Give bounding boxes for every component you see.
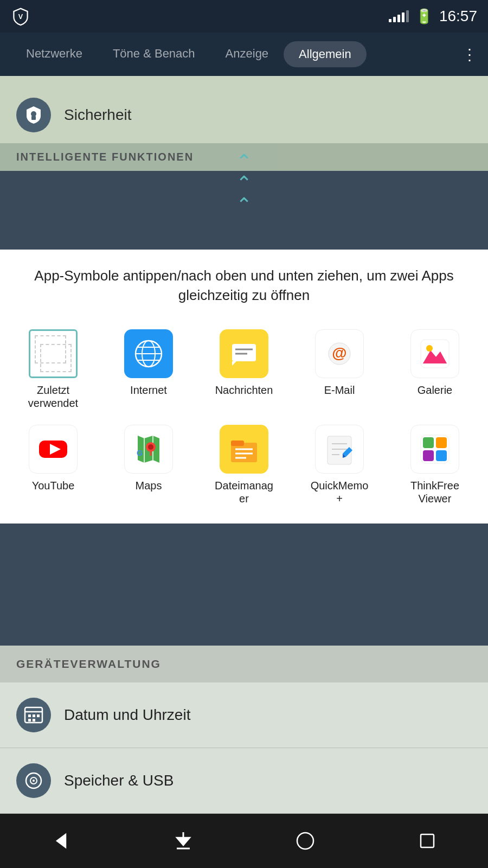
chevrons-area: ⌃ ⌃ ⌃: [0, 152, 488, 215]
app-item-nachrichten[interactable]: Nachrichten: [196, 322, 292, 417]
app-name-galerie: Galerie: [418, 384, 452, 397]
email-icon: @: [315, 329, 364, 378]
status-right: 🔋 16:57: [389, 8, 477, 25]
app-name-dateimanager: Dateimanager: [215, 479, 273, 505]
youtube-icon: [29, 425, 78, 474]
sicherheit-item[interactable]: Sicherheit: [16, 87, 472, 143]
svg-text:V: V: [18, 13, 23, 21]
svg-rect-43: [28, 719, 31, 722]
thinkfree-icon: [410, 425, 459, 474]
svg-text:@: @: [332, 344, 346, 361]
status-left: V: [11, 7, 30, 26]
app-name-youtube: YouTube: [32, 479, 75, 492]
svg-rect-53: [421, 834, 434, 847]
svg-rect-42: [37, 714, 40, 717]
bottom-settings: GERÄTEVERWALTUNG Datum und Uhrzeit Speic…: [0, 646, 488, 814]
tab-anzeige[interactable]: Anzeige: [210, 33, 284, 76]
svg-rect-8: [232, 344, 256, 361]
svg-rect-40: [28, 714, 31, 717]
svg-point-1: [31, 111, 36, 117]
nav-bar: [0, 814, 488, 868]
datetime-label: Datum und Uhrzeit: [64, 706, 190, 724]
app-name-nachrichten: Nachrichten: [215, 384, 273, 397]
svg-rect-37: [436, 450, 447, 461]
app-name-email: E-Mail: [324, 384, 355, 397]
svg-rect-36: [423, 450, 434, 461]
tab-netzwerke[interactable]: Netzwerke: [11, 33, 98, 76]
svg-rect-17: [421, 340, 449, 368]
app-name-maps: Maps: [136, 479, 162, 492]
app-name-thinkfree: ThinkFreeViewer: [410, 479, 459, 505]
app-item-quickmemo[interactable]: QuickMemo+: [292, 417, 387, 513]
svg-rect-41: [33, 714, 35, 717]
svg-point-22: [148, 444, 153, 450]
svg-point-47: [33, 780, 35, 782]
svg-point-16: [426, 345, 433, 352]
home-button[interactable]: [278, 825, 332, 857]
status-bar: V 🔋 16:57: [0, 0, 488, 33]
tab-bar: Netzwerke Töne & Benach Anzeige Allgemei…: [0, 33, 488, 76]
signal-icon: [389, 10, 409, 22]
sicherheit-label: Sicherheit: [64, 106, 132, 124]
dateimanager-icon: [220, 425, 268, 474]
svg-rect-34: [423, 437, 434, 448]
svg-rect-35: [436, 437, 447, 448]
svg-marker-11: [232, 361, 236, 366]
app-item-maps[interactable]: G Maps: [101, 417, 196, 513]
settings-content-bg: Sicherheit: [0, 76, 488, 143]
tab-list: Netzwerke Töne & Benach Anzeige Allgemei…: [11, 33, 367, 76]
geraeteverwaltung-label: GERÄTEVERWALTUNG: [16, 658, 161, 670]
datetime-item[interactable]: Datum und Uhrzeit: [0, 682, 488, 748]
tab-toene[interactable]: Töne & Benach: [98, 33, 210, 76]
app-name-recent: Zuletztverwendet: [28, 384, 78, 410]
app-picker-hint: App-Symbole antippen/nach oben und unten…: [0, 250, 488, 316]
time-display: 16:57: [439, 8, 477, 25]
tab-allgemein[interactable]: Allgemein: [284, 41, 367, 67]
app-item-dateimanager[interactable]: Dateimanager: [196, 417, 292, 513]
svg-text:G: G: [137, 449, 143, 457]
storage-label: Speicher & USB: [64, 772, 174, 789]
app-item-galerie[interactable]: Galerie: [387, 322, 483, 417]
galerie-icon: [410, 329, 459, 378]
app-grid: Zuletztverwendet Internet: [0, 316, 488, 524]
nachrichten-icon: [220, 329, 268, 378]
app-picker-overlay: App-Symbole antippen/nach oben und unten…: [0, 250, 488, 524]
quickmemo-icon: [315, 425, 364, 474]
maps-icon: G: [124, 425, 173, 474]
geraeteverwaltung-header: GERÄTEVERWALTUNG: [0, 646, 488, 682]
svg-marker-48: [57, 834, 66, 847]
chevron-3: ⌃: [236, 195, 252, 215]
app-item-youtube[interactable]: YouTube: [5, 417, 101, 513]
battery-icon: 🔋: [415, 8, 433, 25]
more-menu-button[interactable]: ⋮: [462, 46, 477, 63]
svg-marker-15: [423, 350, 447, 363]
chevron-1: ⌃: [236, 152, 252, 171]
internet-icon: [124, 329, 173, 378]
datetime-icon: [16, 698, 51, 732]
download-button[interactable]: [156, 825, 210, 857]
svg-rect-44: [33, 719, 35, 722]
shield-icon: V: [11, 7, 30, 26]
app-item-recent[interactable]: Zuletztverwendet: [5, 322, 101, 417]
svg-point-52: [297, 833, 313, 849]
sicherheit-icon: [16, 98, 51, 132]
back-button[interactable]: [34, 825, 88, 857]
svg-rect-2: [31, 116, 36, 120]
recent-icon: [29, 329, 78, 378]
chevron-2: ⌃: [236, 174, 252, 193]
app-item-email[interactable]: @ E-Mail: [292, 322, 387, 417]
app-name-quickmemo: QuickMemo+: [311, 479, 369, 505]
app-name-internet: Internet: [130, 384, 167, 397]
recents-button[interactable]: [400, 825, 454, 857]
storage-icon: [16, 763, 51, 798]
storage-item[interactable]: Speicher & USB: [0, 748, 488, 814]
app-item-thinkfree[interactable]: ThinkFreeViewer: [387, 417, 483, 513]
app-item-internet[interactable]: Internet: [101, 322, 196, 417]
svg-rect-25: [231, 441, 244, 446]
